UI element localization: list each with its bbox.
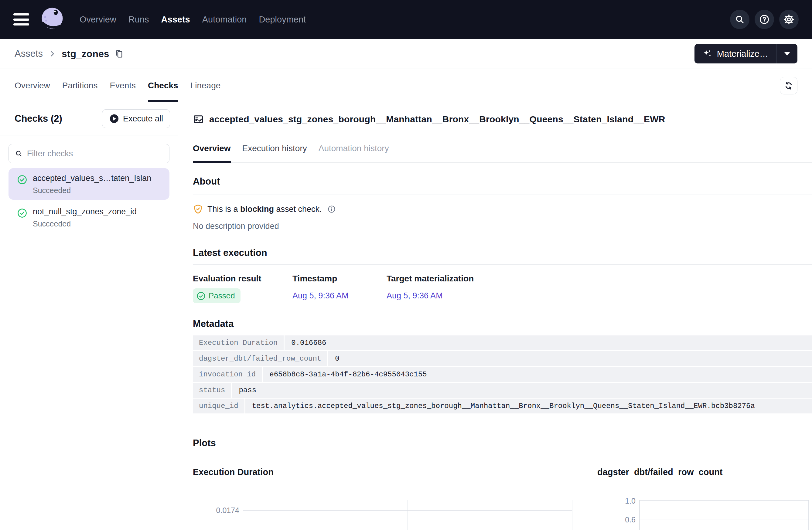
checks-sidebar: Checks (2) Execute all [0,102,178,530]
metadata-value: 0.016686 [285,335,812,350]
refresh-button[interactable] [780,77,797,94]
plots-heading: Plots [193,438,812,448]
tab-label: Events [110,81,136,90]
timestamp-link[interactable]: Aug 5, 9:36 AM [292,291,349,300]
check-name: accepted_values_s…taten_Island_ [33,174,151,183]
metadata-value: test.analytics.accepted_values_stg_zones… [245,399,812,413]
nav-item-deployment[interactable]: Deployment [259,15,306,25]
chart-plot-area: 1.0 0.6 [597,500,809,530]
metadata-key: status [193,383,232,398]
tab-execution-history[interactable]: Execution history [242,144,307,162]
tab-label: Partitions [62,81,98,90]
chart-plot-area: 0.0174 [193,500,572,530]
plots-row: Execution Duration 0.0174 dagster_dbt/fa… [193,467,812,530]
materialize-button[interactable]: Materialize… [695,44,776,63]
metadata-key: Execution Duration [193,335,285,350]
menu-icon[interactable] [13,13,29,26]
help-icon[interactable] [755,10,774,29]
success-check-icon [17,175,27,185]
passed-label: Passed [208,291,235,300]
settings-gear-icon[interactable] [779,10,799,29]
passed-status-badge: Passed [193,289,241,303]
chart-title: dagster_dbt/failed_row_count [597,467,810,477]
nav-item-overview[interactable]: Overview [79,15,116,25]
metadata-value: pass [232,383,812,398]
execute-all-button[interactable]: Execute all [102,109,170,128]
gridline [808,500,809,530]
target-materialization-link[interactable]: Aug 5, 9:36 AM [387,291,443,300]
section-divider [193,455,812,455]
materialize-button-group: Materialize… [695,44,797,63]
filter-checks-input[interactable] [27,149,163,159]
tab-label: Overview [15,81,50,90]
tab-partitions[interactable]: Partitions [62,69,98,102]
play-icon [109,114,119,124]
about-heading: About [193,176,812,187]
metadata-value: 0 [328,351,812,366]
check-list-item-not-null[interactable]: not_null_stg_zones_zone_id Succeeded [9,202,170,233]
copy-icon[interactable] [114,49,124,59]
check-detail-tabs: Overview Execution history Automation hi… [193,144,812,163]
refresh-icon [784,81,794,90]
sparkle-icon [702,48,713,59]
tab-lineage[interactable]: Lineage [190,69,221,102]
nav-links: Overview Runs Assets Automation Deployme… [79,15,306,25]
check-list: accepted_values_s…taten_Island_ Succeede… [9,168,170,233]
checks-count-title: Checks (2) [15,113,62,124]
breadcrumb-assets-link[interactable]: Assets [15,48,43,59]
column-timestamp: Timestamp [292,274,387,283]
check-detail-panel: accepted_values_stg_zones_borough__Manha… [178,102,812,530]
metadata-key: invocation_id [193,367,263,382]
latest-execution-heading: Latest execution [193,247,812,258]
tab-label: Execution history [242,144,307,153]
check-name: not_null_stg_zones_zone_id [33,207,137,217]
shield-check-icon [193,204,203,214]
table-row: invocation_id e658b8c8-3a1a-4b4f-82b6-4c… [193,367,812,382]
tab-overview[interactable]: Overview [15,69,50,102]
dagster-logo-icon[interactable] [38,4,67,34]
sidebar-header: Checks (2) Execute all [0,102,178,135]
materialize-button-label: Materialize… [717,49,768,59]
materialize-dropdown-button[interactable] [776,44,797,63]
tab-label: Lineage [190,81,221,90]
sidebar-body: accepted_values_s…taten_Island_ Succeede… [0,135,178,233]
gridline [407,500,408,530]
execution-duration-chart: Execution Duration 0.0174 [193,467,572,530]
breadcrumb-current-asset: stg_zones [62,48,109,59]
tab-label: Overview [193,144,231,153]
check-list-item-accepted-values[interactable]: accepted_values_s…taten_Island_ Succeede… [9,168,170,200]
breadcrumb-chevron-icon [48,50,56,58]
asset-tabs-row: Overview Partitions Events Checks Lineag… [0,69,812,102]
filter-checks-box [9,144,170,163]
tab-checks[interactable]: Checks [148,69,178,102]
gridline [639,519,809,519]
latest-execution-headers: Evaluation result Timestamp Target mater… [193,274,812,283]
execute-all-label: Execute all [123,114,163,123]
check-status: Succeeded [33,186,151,195]
caret-down-icon [784,52,790,56]
gridline [243,510,572,511]
metadata-heading: Metadata [193,319,812,329]
chart-title: Execution Duration [193,467,572,477]
check-title-row: accepted_values_stg_zones_borough__Manha… [193,114,812,125]
nav-item-automation[interactable]: Automation [202,15,247,25]
success-check-icon [17,208,27,218]
search-icon[interactable] [730,10,750,29]
success-check-icon [197,291,206,300]
column-target-materialization: Target materialization [387,274,812,283]
tab-events[interactable]: Events [110,69,136,102]
nav-item-runs[interactable]: Runs [128,15,149,25]
tab-label: Checks [148,81,178,90]
search-icon [15,149,23,158]
tab-check-overview[interactable]: Overview [193,144,231,162]
table-row: Execution Duration 0.016686 [193,335,812,350]
tab-automation-history[interactable]: Automation history [319,144,389,162]
page-header: Assets stg_zones Materialize… [0,39,812,69]
nav-item-assets[interactable]: Assets [161,15,190,25]
metadata-value: e658b8c8-3a1a-4b4f-82b6-4c955043c155 [263,367,812,382]
gridline [572,500,572,530]
metadata-key: unique_id [193,399,245,413]
column-evaluation-result: Evaluation result [193,274,292,283]
y-axis-line [243,500,243,530]
info-icon[interactable] [327,205,336,214]
